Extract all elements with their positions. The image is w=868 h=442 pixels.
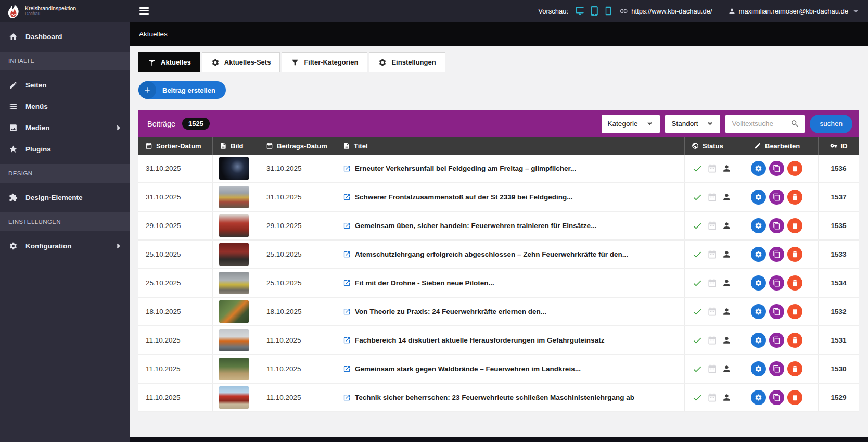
delete-post-button[interactable] [787,390,802,405]
sidebar-item-design-elemente[interactable]: Design-Elemente [0,187,130,208]
check-icon[interactable] [692,307,703,317]
duplicate-post-button[interactable] [769,361,784,376]
person-icon[interactable] [722,249,732,259]
sidebar-item-medien[interactable]: Medien [0,117,130,138]
post-thumbnail[interactable] [219,272,249,294]
person-icon[interactable] [722,278,732,288]
edit-post-button[interactable] [751,218,766,233]
sidebar-item-dashboard[interactable]: Dashboard [0,26,130,47]
person-icon[interactable] [722,221,732,231]
post-title-link[interactable]: Fachbereich 14 diskutiert aktuelle Herau… [336,326,684,354]
duplicate-post-button[interactable] [769,275,784,291]
duplicate-post-button[interactable] [769,161,784,176]
tab-aktuelles[interactable]: Aktuelles [138,52,200,72]
person-icon[interactable] [722,163,732,173]
sidebar-item-seiten[interactable]: Seiten [0,74,130,96]
delete-post-button[interactable] [787,275,802,291]
site-url-link[interactable]: https://www.kbi-dachau.de/ [631,7,712,15]
delete-post-button[interactable] [787,218,802,233]
post-title-link[interactable]: Schwerer Frontalzusammenstoß auf der St … [336,183,684,211]
duplicate-post-button[interactable] [769,333,784,348]
copy-icon [773,365,781,373]
duplicate-post-button[interactable] [769,218,784,233]
calendar-icon[interactable] [707,221,717,231]
edit-post-button[interactable] [751,161,766,176]
post-title-link[interactable]: Erneuter Verkehrsunfall bei Feldgeding a… [336,155,684,182]
check-icon[interactable] [692,393,703,403]
post-thumbnail[interactable] [219,300,249,323]
calendar-icon[interactable] [707,335,717,345]
post-title-link[interactable]: Gemeinsam stark gegen Waldbrände – Feuer… [336,355,684,383]
calendar-icon[interactable] [707,249,717,259]
post-title-link[interactable]: Gemeinsam üben, sicher handeln: Feuerweh… [336,212,684,239]
check-icon[interactable] [692,278,703,288]
calendar-icon[interactable] [707,307,717,317]
post-title-link[interactable]: Atemschutzlehrgang erfolgreich abgeschlo… [336,241,684,268]
post-thumbnail[interactable] [219,386,249,409]
phone-preview-icon[interactable] [604,6,613,16]
calendar-icon [266,142,273,149]
person-icon[interactable] [722,393,732,402]
person-icon[interactable] [722,364,732,374]
person-icon[interactable] [722,192,732,202]
edit-actions-cell [747,212,818,239]
calendar-icon[interactable] [707,192,717,202]
delete-post-button[interactable] [787,247,802,262]
tab-filter-kategorien[interactable]: Filter-Kategorien [282,52,367,72]
hamburger-menu-icon[interactable] [139,7,149,15]
tab-einstellungen[interactable]: Einstellungen [369,52,445,72]
delete-post-button[interactable] [787,333,802,348]
post-thumbnail[interactable] [219,214,249,237]
post-thumbnail[interactable] [219,157,249,180]
check-icon[interactable] [692,192,703,203]
post-title-link[interactable]: Technik sicher beherrschen: 23 Feuerwehr… [336,384,684,411]
post-thumbnail[interactable] [219,243,249,266]
edit-post-button[interactable] [751,361,766,376]
sidebar-item-label: Seiten [25,81,47,89]
desktop-preview-icon[interactable] [576,6,585,16]
edit-post-button[interactable] [751,247,766,262]
calendar-icon[interactable] [707,278,717,288]
calendar-icon[interactable] [707,163,717,173]
sidebar-item-plugins[interactable]: Plugins [0,138,130,160]
person-icon[interactable] [722,335,732,345]
delete-post-button[interactable] [787,190,802,205]
edit-post-button[interactable] [751,304,766,319]
create-post-button[interactable]: Beitrag erstellen [138,81,226,99]
post-thumbnail[interactable] [219,358,249,380]
calendar-icon[interactable] [707,364,717,374]
person-icon[interactable] [722,307,732,317]
delete-post-button[interactable] [787,161,802,176]
check-icon[interactable] [692,163,703,174]
search-submit-button[interactable]: suchen [810,115,852,133]
check-icon[interactable] [692,249,703,260]
duplicate-post-button[interactable] [769,247,784,262]
delete-post-button[interactable] [787,304,802,319]
edit-post-button[interactable] [751,275,766,291]
duplicate-post-button[interactable] [769,190,784,205]
check-icon[interactable] [692,221,703,231]
category-select[interactable]: Kategorie [602,115,660,133]
post-title-text: Fit mit der Drohne - Sieben neue Piloten… [355,279,494,287]
sidebar-item-konfiguration[interactable]: Konfiguration [0,235,130,257]
edit-post-button[interactable] [751,190,766,205]
search-input[interactable] [732,120,790,128]
edit-post-button[interactable] [751,390,766,405]
check-icon[interactable] [692,335,703,346]
post-thumbnail[interactable] [219,329,249,351]
search-icon[interactable] [790,119,799,128]
tab-aktuelles-sets[interactable]: Aktuelles-Sets [202,52,280,72]
post-title-link[interactable]: Von Theorie zu Praxis: 24 Feuerwehrkräft… [336,298,684,325]
duplicate-post-button[interactable] [769,390,784,405]
sidebar-item-menüs[interactable]: Menüs [0,96,130,117]
post-thumbnail[interactable] [219,186,249,208]
post-title-link[interactable]: Fit mit der Drohne - Sieben neue Piloten… [336,269,684,297]
check-icon[interactable] [692,364,703,374]
edit-post-button[interactable] [751,333,766,348]
location-select[interactable]: Standort [665,115,720,133]
calendar-icon[interactable] [707,393,717,402]
duplicate-post-button[interactable] [769,304,784,319]
tablet-preview-icon[interactable] [590,6,599,16]
user-menu[interactable]: maximilian.reimoser@kbi-dachau.de [728,7,860,15]
delete-post-button[interactable] [787,361,802,376]
